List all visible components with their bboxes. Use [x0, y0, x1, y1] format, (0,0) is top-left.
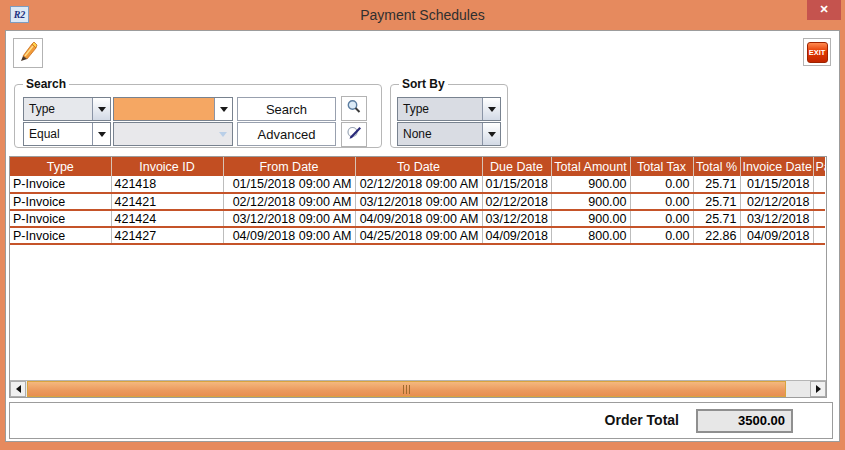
scroll-left-button[interactable] [10, 381, 26, 397]
cell[interactable]: 900.00 [551, 193, 630, 210]
cell[interactable]: 0.00 [630, 210, 693, 227]
cell[interactable]: 04/25/2018 09:00 AM [355, 227, 482, 244]
chevron-down-icon[interactable] [482, 123, 500, 145]
search-field-value: Type [24, 98, 92, 120]
cell[interactable]: 0.00 [630, 227, 693, 244]
column-header-due-date[interactable]: Due Date [482, 157, 551, 176]
column-header-to-date[interactable]: To Date [355, 157, 482, 176]
footer-panel: Order Total 3500.00 [9, 402, 833, 439]
table-header-row: TypeInvoice IDFrom DateTo DateDue DateTo… [10, 157, 825, 176]
cell[interactable]: 800.00 [551, 227, 630, 244]
cell[interactable]: 421424 [111, 210, 223, 227]
cell[interactable] [813, 227, 825, 244]
schedule-table-panel: TypeInvoice IDFrom DateTo DateDue DateTo… [9, 156, 827, 398]
cell[interactable]: 421427 [111, 227, 223, 244]
payment-schedules-window: R2 Payment Schedules ✕ EXIT Search Typ [0, 0, 845, 450]
cell[interactable]: 03/12/2018 [482, 210, 551, 227]
chevron-down-icon[interactable] [214, 98, 232, 120]
table-row[interactable]: P-Invoice42142704/09/2018 09:00 AM04/25/… [10, 227, 825, 244]
sortby-legend: Sort By [399, 77, 448, 91]
cell[interactable]: 04/09/2018 [482, 227, 551, 244]
cell[interactable]: 25.71 [693, 193, 740, 210]
search-value2-text [114, 123, 214, 145]
cell[interactable]: 03/12/2018 09:00 AM [223, 210, 355, 227]
cell[interactable]: 0.00 [630, 176, 693, 193]
sort-primary-combo[interactable]: Type [397, 97, 501, 121]
cell[interactable]: 900.00 [551, 210, 630, 227]
scroll-right-button[interactable] [810, 381, 826, 397]
cell[interactable]: 900.00 [551, 176, 630, 193]
cell[interactable]: 02/12/2018 [740, 193, 813, 210]
titlebar: R2 Payment Schedules ✕ [0, 0, 845, 30]
cell[interactable]: 25.71 [693, 176, 740, 193]
grip-icon [403, 385, 410, 394]
cell[interactable]: 01/15/2018 [482, 176, 551, 193]
cell[interactable]: P-Invoice [10, 227, 111, 244]
cell[interactable]: 02/12/2018 09:00 AM [223, 193, 355, 210]
column-header-total-amount[interactable]: Total Amount [551, 157, 630, 176]
table-row[interactable]: P-Invoice42142403/12/2018 09:00 AM04/09/… [10, 210, 825, 227]
cell[interactable]: 04/09/2018 09:00 AM [355, 210, 482, 227]
column-header-from-date[interactable]: From Date [223, 157, 355, 176]
search-field-combo[interactable]: Type [23, 97, 111, 121]
cell[interactable]: 25.71 [693, 210, 740, 227]
find-button[interactable] [341, 96, 367, 121]
exit-button[interactable]: EXIT [803, 38, 831, 66]
column-header-paid[interactable]: Paid [813, 157, 825, 176]
cell[interactable]: 03/12/2018 09:00 AM [355, 193, 482, 210]
advanced-find-button[interactable] [341, 122, 367, 147]
horizontal-scrollbar[interactable] [10, 380, 826, 397]
column-header-invoice-id[interactable]: Invoice ID [111, 157, 223, 176]
search-button[interactable]: Search [237, 97, 336, 121]
exit-icon: EXIT [807, 42, 828, 63]
chevron-down-icon[interactable] [92, 123, 110, 145]
close-button[interactable]: ✕ [807, 0, 841, 20]
order-total-label: Order Total [605, 412, 679, 428]
cell[interactable] [813, 176, 825, 193]
cell[interactable]: P-Invoice [10, 176, 111, 193]
pencil-icon [17, 40, 39, 66]
cell[interactable]: 22.86 [693, 227, 740, 244]
column-header-total-[interactable]: Total % [693, 157, 740, 176]
cell[interactable] [813, 210, 825, 227]
magnifier-pen-icon [346, 125, 362, 145]
chevron-down-icon[interactable] [482, 98, 500, 120]
table-row[interactable]: P-Invoice42142102/12/2018 09:00 AM03/12/… [10, 193, 825, 210]
cell[interactable]: 02/12/2018 09:00 AM [355, 176, 482, 193]
column-header-invoice-date[interactable]: Invoice Date [740, 157, 813, 176]
cell[interactable]: P-Invoice [10, 193, 111, 210]
cell[interactable]: 421418 [111, 176, 223, 193]
cell[interactable]: 03/12/2018 [740, 210, 813, 227]
cell[interactable]: 02/12/2018 [482, 193, 551, 210]
scrollbar-thumb[interactable] [27, 381, 786, 397]
window-title: Payment Schedules [0, 0, 845, 30]
search-groupbox: Search Type Search Equal [14, 84, 382, 148]
order-total-value: 3500.00 [696, 409, 793, 433]
cell[interactable]: 04/09/2018 [740, 227, 813, 244]
table-row[interactable]: P-Invoice42141801/15/2018 09:00 AM02/12/… [10, 176, 825, 193]
sort-secondary-combo[interactable]: None [397, 122, 501, 146]
search-legend: Search [23, 77, 69, 91]
search-value2-combo [113, 122, 233, 146]
column-header-type[interactable]: Type [10, 157, 111, 176]
cell[interactable]: 04/09/2018 09:00 AM [223, 227, 355, 244]
sort-secondary-value: None [398, 123, 482, 145]
column-header-total-tax[interactable]: Total Tax [630, 157, 693, 176]
arrow-right-icon [816, 385, 821, 393]
cell[interactable]: 0.00 [630, 193, 693, 210]
edit-button[interactable] [13, 38, 43, 68]
sort-primary-value: Type [398, 98, 482, 120]
content-panel: EXIT Search Type Search [5, 30, 840, 442]
arrow-left-icon [16, 385, 21, 393]
cell[interactable] [813, 193, 825, 210]
sortby-groupbox: Sort By Type None [390, 84, 508, 148]
cell[interactable]: 01/15/2018 09:00 AM [223, 176, 355, 193]
cell[interactable]: 01/15/2018 [740, 176, 813, 193]
cell[interactable]: 421421 [111, 193, 223, 210]
cell[interactable]: P-Invoice [10, 210, 111, 227]
search-value-combo[interactable] [113, 97, 233, 121]
chevron-down-icon[interactable] [92, 98, 110, 120]
advanced-button[interactable]: Advanced [237, 122, 336, 146]
chevron-down-icon [214, 123, 232, 145]
search-operator-combo[interactable]: Equal [23, 122, 111, 146]
